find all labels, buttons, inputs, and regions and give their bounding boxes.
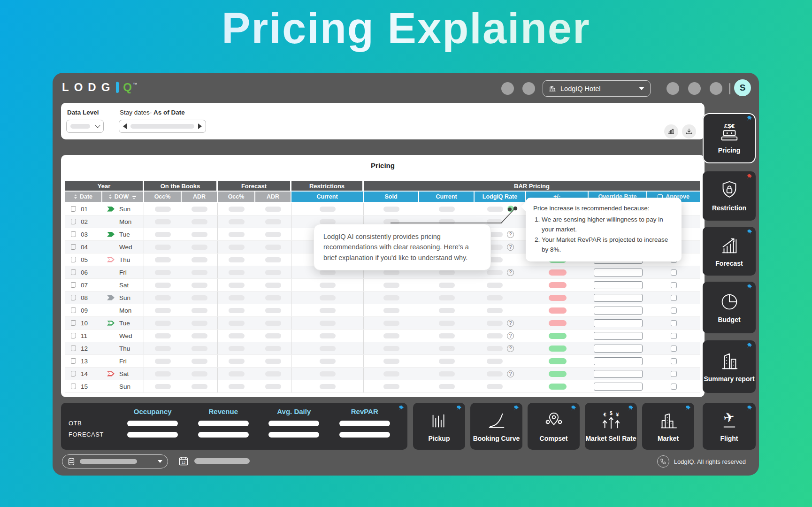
note-icon[interactable]: [71, 282, 76, 288]
override-rate-input[interactable]: [594, 370, 643, 378]
header-icon-placeholder[interactable]: [522, 82, 535, 95]
value-placeholder: [320, 308, 336, 313]
note-icon[interactable]: [71, 346, 76, 351]
column-header-dow[interactable]: DOW: [102, 192, 144, 203]
value-placeholder: [229, 371, 245, 376]
note-icon[interactable]: [71, 295, 76, 300]
hotel-selector[interactable]: LodgIQ Hotel: [543, 80, 651, 97]
sidebar-item-forecast[interactable]: Forecast: [703, 227, 756, 276]
column-header-adr[interactable]: ADR: [255, 192, 291, 203]
quick-button-pickup[interactable]: Pickup: [413, 403, 465, 450]
note-icon[interactable]: [71, 307, 76, 313]
override-rate-input[interactable]: [594, 357, 643, 365]
approve-checkbox[interactable]: [671, 295, 677, 301]
pin-icon[interactable]: [398, 405, 404, 411]
note-icon[interactable]: [71, 333, 76, 338]
column-header-current[interactable]: Current: [419, 192, 475, 203]
approve-checkbox[interactable]: [671, 384, 677, 390]
header-icon-placeholder[interactable]: [688, 82, 701, 95]
forecast-occ-cell: [218, 215, 255, 228]
sidebar-item-restriction[interactable]: Restriction: [703, 171, 756, 221]
note-icon[interactable]: [71, 358, 76, 364]
sidebar-item-summary-report[interactable]: Summary report: [703, 340, 756, 393]
column-header-adr[interactable]: ADR: [182, 192, 218, 203]
note-icon[interactable]: [71, 320, 76, 326]
approve-checkbox[interactable]: [671, 333, 677, 339]
approve-checkbox[interactable]: [671, 346, 677, 352]
download-icon: [685, 128, 693, 135]
question-mark-icon[interactable]: ?: [507, 332, 514, 339]
note-icon[interactable]: [71, 371, 76, 376]
note-icon[interactable]: [71, 219, 76, 224]
data-level-select[interactable]: [66, 120, 104, 133]
value-placeholder: [265, 321, 281, 326]
question-mark-icon[interactable]: ?: [507, 231, 514, 238]
question-mark-icon[interactable]: ?: [507, 244, 514, 251]
chart-view-button[interactable]: [664, 124, 678, 138]
column-header-sold[interactable]: Sold: [364, 192, 419, 203]
override-rate-input[interactable]: [594, 307, 643, 315]
header-icon-placeholder[interactable]: [501, 82, 514, 95]
otb-adr-cell: [182, 380, 218, 392]
sort-icon[interactable]: [109, 194, 112, 199]
override-rate-input[interactable]: [594, 294, 643, 302]
override-rate-input[interactable]: [594, 281, 643, 289]
approve-checkbox[interactable]: [671, 282, 677, 288]
question-mark-icon[interactable]: ?: [507, 345, 514, 352]
data-source-dropdown[interactable]: [62, 454, 168, 469]
approve-checkbox[interactable]: [671, 307, 677, 314]
override-rate-input[interactable]: [594, 319, 643, 327]
table-group-header: On the Books: [144, 181, 218, 192]
quick-button-market[interactable]: Market: [642, 403, 694, 450]
note-icon[interactable]: [71, 206, 76, 212]
as-of-date-display[interactable]: 12: [178, 456, 250, 466]
note-icon[interactable]: [71, 269, 76, 275]
value-placeholder: [265, 245, 281, 250]
value-placeholder: [439, 270, 455, 275]
sidebar-item-pricing[interactable]: £$€Pricing: [703, 113, 756, 163]
column-header-lodgiq-rate[interactable]: LodgIQ Rate: [475, 192, 526, 203]
override-rate-input[interactable]: [594, 269, 643, 277]
rate-delta-cell: [526, 342, 589, 354]
column-header-current[interactable]: Current: [291, 192, 364, 203]
note-icon[interactable]: [71, 257, 76, 262]
quick-button-market-sell-rate[interactable]: €$¥Market Sell Rate: [585, 403, 637, 450]
prev-date-arrow-icon[interactable]: [123, 123, 127, 129]
override-rate-input[interactable]: [594, 383, 643, 391]
question-mark-icon[interactable]: ?: [507, 370, 514, 377]
download-button[interactable]: [682, 124, 696, 138]
header-icon-placeholder[interactable]: [666, 82, 679, 95]
avatar[interactable]: S: [734, 79, 751, 96]
question-mark-icon[interactable]: ?: [507, 269, 514, 276]
note-icon[interactable]: [71, 384, 76, 389]
filter-icon[interactable]: [131, 195, 137, 199]
column-header-occ-[interactable]: Occ%: [144, 192, 182, 203]
approve-checkbox[interactable]: [671, 320, 677, 326]
override-rate-input[interactable]: [594, 345, 643, 353]
sort-icon[interactable]: [74, 194, 77, 199]
quick-button-booking-curve[interactable]: Booking Curve: [470, 403, 522, 450]
quick-button-flight[interactable]: ✈Flight: [703, 403, 756, 450]
date-value: 09: [81, 307, 88, 314]
next-date-arrow-icon[interactable]: [198, 123, 202, 129]
recommendation-anchor-dot[interactable]: [507, 206, 514, 212]
approve-checkbox[interactable]: [671, 358, 677, 364]
date-cell: 05: [65, 254, 102, 266]
note-icon[interactable]: [71, 231, 76, 237]
spacer: [507, 294, 514, 301]
note-icon[interactable]: [71, 244, 76, 250]
header-icon-placeholder[interactable]: [710, 82, 722, 95]
lodgiq-rate-cell: [475, 380, 526, 392]
value-placeholder: [439, 384, 455, 389]
quick-button-compset[interactable]: Compset: [528, 403, 580, 450]
column-header-occ-[interactable]: Occ%: [218, 192, 255, 203]
override-rate-input[interactable]: [594, 332, 643, 340]
stay-dates-range-control[interactable]: [119, 120, 206, 133]
sidebar-item-budget[interactable]: Budget: [703, 282, 756, 333]
phone-icon[interactable]: [657, 455, 669, 468]
table-group-header: Restrictions: [291, 181, 364, 192]
column-header-date[interactable]: Date: [65, 192, 102, 203]
question-mark-icon[interactable]: ?: [507, 320, 514, 327]
approve-checkbox[interactable]: [671, 371, 677, 377]
approve-checkbox[interactable]: [671, 269, 677, 276]
